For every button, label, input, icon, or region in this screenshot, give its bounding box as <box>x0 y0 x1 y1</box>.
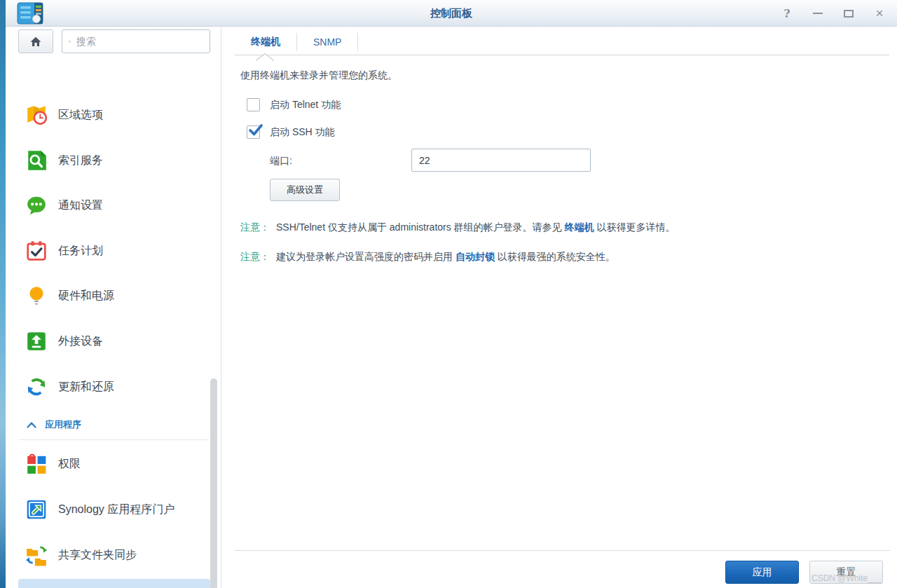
help-icon[interactable]: ? <box>781 7 793 20</box>
home-icon <box>29 34 43 48</box>
sidebar-item-label: 权限 <box>58 457 81 472</box>
sidebar-item-label: 区域选项 <box>58 108 103 123</box>
note-strong-password: 注意：建议为登录帐户设置高强度的密码并启用 自动封锁 以获得最强的系统安全性。 <box>240 251 615 264</box>
tab-underline <box>235 55 889 55</box>
sidebar-item-regional-options[interactable]: 区域选项 <box>18 93 210 137</box>
hardware-power-icon <box>25 285 48 307</box>
sidebar-item-notification[interactable]: 通知设置 <box>18 183 210 228</box>
sidebar-item-label: 任务计划 <box>58 244 103 259</box>
reset-button[interactable]: 重置 <box>809 561 883 584</box>
desktop-background-strip <box>0 0 6 588</box>
task-scheduler-icon <box>25 240 48 262</box>
apply-button[interactable]: 应用 <box>725 561 799 584</box>
sidebar-section-applications[interactable]: 应用程序 <box>18 413 210 436</box>
note-text: 建议为登录帐户设置高强度的密码并启用 <box>276 251 456 262</box>
regional-options-icon <box>25 104 48 126</box>
tab-bar: 终端机 SNMP <box>235 29 358 55</box>
sidebar-item-label: 通知设置 <box>58 198 103 213</box>
telnet-checkbox-label: 启动 Telnet 功能 <box>270 99 341 111</box>
note-text: 以获得更多详情。 <box>594 221 676 233</box>
port-input[interactable] <box>411 149 591 172</box>
sidebar-item-label: 共享文件夹同步 <box>58 548 137 563</box>
terminal-link[interactable]: 终端机 <box>565 221 594 233</box>
sidebar-item-application-portal[interactable]: Synology 应用程序门户 <box>18 487 210 532</box>
intro-text: 使用终端机来登录并管理您的系统。 <box>240 69 397 82</box>
advanced-settings-button[interactable]: 高级设置 <box>270 179 340 201</box>
shared-folder-sync-icon <box>25 544 48 566</box>
tab-terminal[interactable]: 终端机 <box>235 29 296 55</box>
note-text: 以获得最强的系统安全性。 <box>495 251 615 262</box>
note-text: SSH/Telnet 仅支持从属于 administrators 群组的帐户登录… <box>276 221 565 233</box>
footer-divider <box>235 550 890 551</box>
sidebar-item-external-devices[interactable]: 外接设备 <box>18 319 210 364</box>
sidebar: 区域选项 索引服务 通知设置 任务计划 <box>6 27 221 588</box>
sidebar-item-update-restore[interactable]: 更新和还原 <box>18 364 210 409</box>
sidebar-item-label: 更新和还原 <box>58 380 114 395</box>
telnet-checkbox-row: 启动 Telnet 功能 <box>247 98 341 111</box>
search-icon <box>69 36 71 48</box>
auto-block-link[interactable]: 自动封锁 <box>456 251 495 262</box>
title-bar: 控制面板 ? × <box>6 0 897 27</box>
search-input[interactable] <box>76 36 203 47</box>
close-icon[interactable]: × <box>873 7 886 20</box>
sidebar-section-label: 应用程序 <box>45 418 81 431</box>
sidebar-scrollbar-thumb[interactable] <box>210 378 217 588</box>
note-prefix: 注意： <box>240 221 270 233</box>
sidebar-section-divider <box>18 439 209 440</box>
sidebar-item-indexing-service[interactable]: 索引服务 <box>18 138 210 183</box>
ssh-checkbox-label: 启动 SSH 功能 <box>270 126 335 139</box>
sidebar-item-terminal-snmp[interactable]: >_ 终端机和 SNMP <box>18 579 210 588</box>
sidebar-item-hardware-power[interactable]: 硬件和电源 <box>18 273 210 318</box>
sidebar-item-privileges[interactable]: 权限 <box>18 442 210 486</box>
update-restore-icon <box>25 376 48 398</box>
ssh-checkbox[interactable] <box>247 125 260 139</box>
sidebar-item-task-scheduler[interactable]: 任务计划 <box>18 228 210 273</box>
sidebar-item-label: 外接设备 <box>58 334 103 349</box>
tab-separator <box>357 33 358 51</box>
note-prefix: 注意： <box>240 251 270 262</box>
port-label: 端口: <box>270 155 292 167</box>
ssh-checkbox-row: 启动 SSH 功能 <box>247 125 335 139</box>
window-title: 控制面板 <box>6 0 897 27</box>
sidebar-item-label: Synology 应用程序门户 <box>58 502 174 517</box>
external-devices-icon <box>25 330 48 353</box>
sidebar-item-label: 硬件和电源 <box>58 289 114 303</box>
chevron-up-icon <box>27 422 36 428</box>
sidebar-item-label: 索引服务 <box>58 153 103 168</box>
notification-icon <box>25 194 48 217</box>
active-tab-caret <box>256 53 274 61</box>
home-button[interactable] <box>18 29 53 53</box>
application-portal-icon <box>25 498 48 521</box>
control-panel-app-icon <box>17 2 43 25</box>
telnet-checkbox[interactable] <box>247 98 260 111</box>
privileges-icon <box>25 453 48 475</box>
indexing-service-icon <box>25 149 48 172</box>
sidebar-item-shared-folder-sync[interactable]: 共享文件夹同步 <box>18 533 210 577</box>
window-controls: ? × <box>781 0 886 27</box>
search-box <box>62 29 210 53</box>
tab-snmp[interactable]: SNMP <box>297 29 357 55</box>
checkmark-icon <box>248 123 263 137</box>
maximize-icon[interactable] <box>842 7 855 20</box>
main-panel: 终端机 SNMP 使用终端机来登录并管理您的系统。 启动 Telnet 功能 启… <box>221 27 897 588</box>
minimize-icon[interactable] <box>812 7 824 20</box>
note-admin-login: 注意：SSH/Telnet 仅支持从属于 administrators 群组的帐… <box>240 221 675 234</box>
